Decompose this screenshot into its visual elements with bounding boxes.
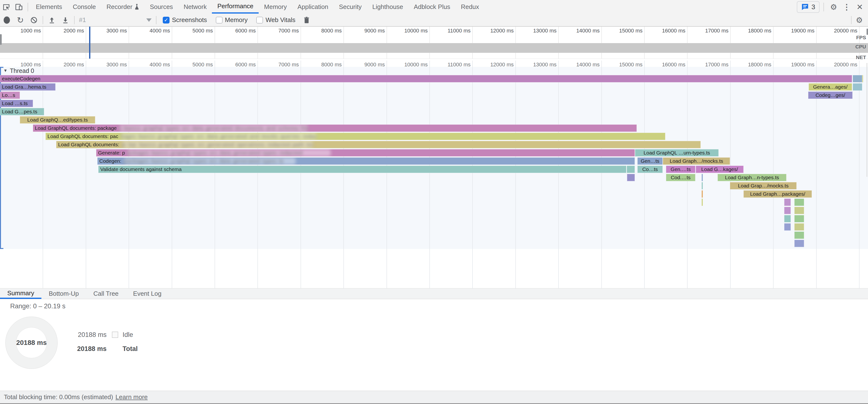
flame-bar[interactable] bbox=[853, 75, 862, 82]
close-icon[interactable]: ✕ bbox=[854, 2, 866, 12]
learn-more-link[interactable]: Learn more bbox=[116, 393, 148, 401]
ruler-tick-label: 18000 ms bbox=[748, 28, 771, 34]
flame-bar-load-graph-packages-[interactable]: Load Graph…packages/ bbox=[744, 190, 812, 198]
tab-lighthouse[interactable]: Lighthouse bbox=[367, 0, 408, 13]
checkbox-screenshots[interactable]: ✓Screenshots bbox=[163, 16, 207, 24]
load-profile-icon[interactable] bbox=[45, 14, 59, 26]
tab-sources[interactable]: Sources bbox=[145, 0, 178, 13]
flame-bar[interactable] bbox=[702, 198, 703, 206]
save-profile-icon[interactable] bbox=[59, 14, 72, 26]
legend-label: Idle bbox=[123, 331, 133, 339]
flame-bar-load-g-pes-ts[interactable]: Load G…pes.ts bbox=[0, 108, 44, 115]
flame-bar-load-graphql-documents-package[interactable]: Load GraphQL documents: packages basics … bbox=[33, 124, 637, 132]
flame-bar[interactable] bbox=[784, 223, 791, 230]
tab-console[interactable]: Console bbox=[67, 0, 101, 13]
flame-bar[interactable] bbox=[784, 198, 791, 206]
flame-bar[interactable] bbox=[853, 83, 862, 91]
flame-bar[interactable] bbox=[702, 190, 703, 198]
flame-bar[interactable] bbox=[784, 207, 791, 214]
checkbox-box[interactable]: ✓ bbox=[163, 17, 169, 24]
redacted-text: s basics graphql types src data generate… bbox=[119, 124, 308, 132]
flame-bar-load-graphql-documents-pac[interactable]: Load GraphQL documents: packages basics … bbox=[45, 133, 665, 140]
flame-bar[interactable] bbox=[795, 240, 804, 247]
trash-icon[interactable] bbox=[300, 14, 313, 26]
flame-bar-load-g-kages-[interactable]: Load G…kages/ bbox=[696, 166, 744, 173]
flame-bar-codegen-[interactable]: Codegen:packages basics graphql types sr… bbox=[97, 157, 635, 165]
flame-bar-load-graph-mocks-ts[interactable]: Load Graph…/mocks.ts bbox=[663, 157, 730, 165]
record-button[interactable] bbox=[0, 14, 13, 26]
tab-memory[interactable]: Memory bbox=[259, 0, 292, 13]
clear-icon[interactable] bbox=[27, 14, 41, 26]
flame-bar-validate-documents-against-schema[interactable]: Validate documents against schema bbox=[98, 166, 626, 173]
playhead-marker[interactable] bbox=[89, 27, 90, 59]
flame-bar-load-graph-n-types-ts[interactable]: Load Graph…n-types.ts bbox=[718, 174, 786, 181]
divider bbox=[42, 16, 43, 24]
tab-recorder[interactable]: Recorder bbox=[101, 0, 145, 13]
flame-bar[interactable] bbox=[627, 174, 635, 181]
tab-performance[interactable]: Performance bbox=[212, 0, 259, 13]
flame-bar-gen-ts[interactable]: Gen…ts bbox=[638, 157, 662, 165]
flame-bar[interactable] bbox=[862, 75, 863, 82]
ruler-tick-label: 8000 ms bbox=[321, 28, 342, 34]
flame-bar-executecodegen[interactable]: executeCodegen bbox=[0, 75, 852, 82]
flame-bar[interactable] bbox=[795, 198, 804, 206]
flame-bar[interactable] bbox=[627, 166, 635, 173]
tab-security[interactable]: Security bbox=[334, 0, 367, 13]
flame-bar-load-grap-mocks-ts[interactable]: Load Grap…/mocks.ts bbox=[730, 182, 797, 189]
tab-application[interactable]: Application bbox=[292, 0, 334, 13]
flame-bar-gen-ts[interactable]: Gen.…ts bbox=[666, 166, 695, 173]
flame-bar[interactable] bbox=[795, 231, 804, 239]
details-tab-summary[interactable]: Summary bbox=[0, 288, 41, 299]
details-tab-bottom-up[interactable]: Bottom-Up bbox=[41, 288, 86, 299]
flame-bar[interactable] bbox=[784, 215, 791, 222]
flame-bar[interactable] bbox=[702, 174, 703, 181]
issues-button[interactable]: 3 bbox=[797, 1, 819, 13]
flame-bar-load-graphql-urn-types-ts[interactable]: Load GraphQL …urn-types.ts bbox=[635, 149, 719, 156]
bar-label: Co…ts bbox=[642, 166, 658, 172]
tab-redux[interactable]: Redux bbox=[456, 0, 485, 13]
flame-bar[interactable] bbox=[795, 207, 804, 214]
flame-bar-load-graphq-ed-types-ts[interactable]: Load GraphQ…ed/types.ts bbox=[20, 116, 95, 124]
checkbox-memory[interactable]: Memory bbox=[216, 16, 248, 24]
details-tab-event-log[interactable]: Event Log bbox=[126, 288, 169, 299]
bar-label: Load Graph…/mocks.ts bbox=[670, 158, 723, 164]
tab-elements[interactable]: Elements bbox=[31, 0, 67, 13]
flame-bar-load-s-ts[interactable]: Load …s.ts bbox=[0, 100, 33, 107]
ruler-tick-label: 2000 ms bbox=[64, 28, 84, 34]
flame-bar-generate-p[interactable]: Generate: packages basics graphql types … bbox=[96, 149, 635, 156]
device-toolbar-icon[interactable] bbox=[12, 0, 25, 14]
flame-bar-load-gra-hema-ts[interactable]: Load Gra…hema.ts bbox=[0, 83, 56, 91]
lane-label-cpu: CPU bbox=[856, 44, 866, 50]
overview-left-handle[interactable] bbox=[0, 34, 2, 45]
reload-and-record-icon[interactable]: ↻ bbox=[13, 14, 27, 26]
flame-bar[interactable] bbox=[702, 182, 703, 189]
timeline-overview[interactable]: 1000 ms2000 ms3000 ms4000 ms5000 ms6000 … bbox=[0, 27, 868, 61]
flame-bar[interactable] bbox=[795, 223, 804, 230]
tab-adblock-plus[interactable]: Adblock Plus bbox=[409, 0, 456, 13]
flame-bar-lo-s[interactable]: Lo…s bbox=[0, 92, 20, 99]
flame-bar-cod-ts[interactable]: Cod.…ts bbox=[666, 174, 695, 181]
flame-bar-load-graphql-documents-[interactable]: Load GraphQL documents:ai bar basics gra… bbox=[56, 141, 701, 148]
inspect-icon[interactable] bbox=[0, 0, 12, 14]
redacted-text: ai bar basics graphql types src generate… bbox=[122, 141, 313, 148]
history-dropdown[interactable]: #1 bbox=[76, 16, 154, 24]
kebab-menu-icon[interactable]: ⋮ bbox=[841, 2, 852, 12]
flame-bar-codeg-ges-[interactable]: Codeg…ges/ bbox=[808, 92, 852, 99]
details-tab-call-tree[interactable]: Call Tree bbox=[86, 288, 126, 299]
overview-right-handle[interactable] bbox=[867, 29, 868, 35]
flame-bar-genera-ages-[interactable]: Genera…ages/ bbox=[809, 83, 852, 91]
flame-bar-co-ts[interactable]: Co…ts bbox=[638, 166, 662, 173]
scrollbar-thumb[interactable] bbox=[867, 63, 867, 177]
checkbox-box[interactable] bbox=[216, 17, 223, 24]
bar-label: Load GraphQ…ed/types.ts bbox=[27, 117, 88, 123]
flame-bar[interactable] bbox=[795, 215, 804, 222]
tab-network[interactable]: Network bbox=[178, 0, 212, 13]
comment-count: 3 bbox=[811, 3, 815, 11]
flame-chart[interactable]: 1000 ms2000 ms3000 ms4000 ms5000 ms6000 … bbox=[0, 61, 868, 288]
capture-settings-gear-icon[interactable]: ⚙ bbox=[854, 15, 865, 25]
settings-gear-icon[interactable]: ⚙ bbox=[828, 2, 839, 12]
bar-label: Load G…kages/ bbox=[702, 166, 738, 172]
checkbox-web-vitals[interactable]: Web Vitals bbox=[256, 16, 295, 24]
net-lane bbox=[0, 53, 868, 59]
checkbox-box[interactable] bbox=[256, 17, 263, 24]
